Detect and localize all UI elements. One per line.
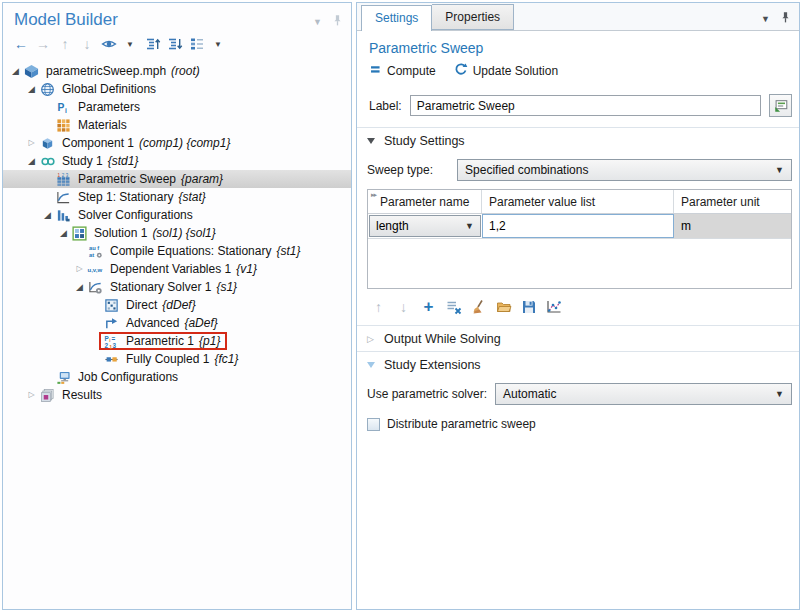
chevron-down-icon: ▼ xyxy=(775,165,784,175)
parameter-name-select[interactable]: length ▼ xyxy=(369,215,481,237)
tree-item-parametricsweep-mph[interactable]: ◢parametricSweep.mph(root) xyxy=(3,62,351,80)
forward-arrow-icon[interactable]: → xyxy=(34,35,52,53)
section-output-while-solving-header[interactable]: ▷ Output While Solving xyxy=(357,326,799,351)
distribute-sweep-row: Distribute parametric sweep xyxy=(357,413,799,441)
advanced-icon xyxy=(103,315,120,331)
back-arrow-icon[interactable]: ← xyxy=(12,35,30,53)
show-settings-window-button[interactable] xyxy=(769,94,792,117)
job-configurations-icon xyxy=(55,369,72,385)
tab-properties[interactable]: Properties xyxy=(432,4,514,30)
tree-item-label: Study 1 xyxy=(62,154,103,168)
tree-item-content: Job Configurations xyxy=(51,368,185,386)
column-header[interactable]: Parameter unit xyxy=(674,190,791,213)
tree-item-label: Advanced xyxy=(126,316,179,330)
tree-item-component-1[interactable]: ▷Component 1(comp1) {comp1} xyxy=(3,134,351,152)
compute-button[interactable]: Compute xyxy=(369,63,436,79)
clear-broom-button[interactable] xyxy=(469,297,488,316)
range-plot-button[interactable] xyxy=(544,297,563,316)
tree-item-tag: (root) xyxy=(171,64,200,78)
label-input[interactable] xyxy=(410,95,761,116)
update-solution-button[interactable]: Update Solution xyxy=(454,62,558,79)
tree-item-parametric-sweep[interactable]: 123Parametric Sweep{param} xyxy=(3,170,351,188)
tree-item-content: parametricSweep.mph(root) xyxy=(19,62,207,80)
tree-item-label: Results xyxy=(62,388,102,402)
section-study-extensions-header[interactable]: Study Extensions xyxy=(357,352,799,377)
tree-item-solution-1[interactable]: ◢Solution 1(sol1) {sol1} xyxy=(3,224,351,242)
comsol-desktop: ▼ Model Builder ←→↑↓▼▼ ◢parametricSweep.… xyxy=(0,0,802,612)
parameter-value-cell[interactable]: 1,2 xyxy=(482,214,674,238)
tree-item-step-1-stationary[interactable]: Step 1: Stationary{stat} xyxy=(3,188,351,206)
section-study-extensions: Study Extensions Use parametric solver: … xyxy=(357,351,799,441)
parameters-pi-icon: Pi xyxy=(55,99,72,115)
load-folder-button[interactable] xyxy=(494,297,513,316)
tree-item-label: parametricSweep.mph xyxy=(46,64,166,78)
tree-item-stationary-solver-1[interactable]: ◢Stationary Solver 1{s1} xyxy=(3,278,351,296)
label-field-caption: Label: xyxy=(369,99,402,113)
section-study-settings-header[interactable]: Study Settings xyxy=(357,128,799,153)
materials-icon xyxy=(55,117,72,133)
tree-item-label: Solver Configurations xyxy=(78,208,193,222)
tree-item-label: Step 1: Stationary xyxy=(78,190,173,204)
tree-item-dependent-variables-1[interactable]: ▷u,v,wDependent Variables 1{v1} xyxy=(3,260,351,278)
move-down-arrow-icon[interactable]: ↓ xyxy=(78,35,96,53)
move-up-arrow-icon[interactable]: ↑ xyxy=(56,35,74,53)
caret-icon[interactable]: ▼ xyxy=(210,35,228,53)
parametric-solver-select[interactable]: Automatic ▼ xyxy=(495,383,792,405)
tree-item-content: Component 1(comp1) {comp1} xyxy=(35,134,237,152)
section-title: Output While Solving xyxy=(384,332,501,346)
table-corner-icon: ▸▸ xyxy=(371,191,376,199)
column-header[interactable]: Parameter name xyxy=(368,190,482,213)
tree-item-materials[interactable]: Materials xyxy=(3,116,351,134)
dropdown-caret-icon[interactable]: ▼ xyxy=(761,14,770,24)
svg-text:3: 3 xyxy=(66,172,69,177)
section-output-while-solving: ▷ Output While Solving xyxy=(357,325,799,351)
tree-item-study-1[interactable]: ◢Study 1{std1} xyxy=(3,152,351,170)
save-disk-button[interactable] xyxy=(519,297,538,316)
caret-icon[interactable]: ▼ xyxy=(122,35,140,53)
tree-item-fully-coupled-1[interactable]: Fully Coupled 1{fc1} xyxy=(3,350,351,368)
red-annotation-box: Pi=213Parametric 1{p1} xyxy=(99,332,227,350)
sweep-type-value: Specified combinations xyxy=(465,163,588,177)
column-header[interactable]: Parameter value list xyxy=(482,190,674,213)
tree-item-tag: {std1} xyxy=(108,154,139,168)
tree-item-direct[interactable]: Direct{dDef} xyxy=(3,296,351,314)
delete-rows-button[interactable] xyxy=(444,297,463,316)
parametric-solver-caption: Use parametric solver: xyxy=(367,387,487,401)
add-plus-button[interactable]: + xyxy=(419,297,438,316)
section-expanded-icon xyxy=(367,362,375,368)
tree-item-job-configurations[interactable]: Job Configurations xyxy=(3,368,351,386)
move-up-arrow-button[interactable]: ↑ xyxy=(369,297,388,316)
pin-icon[interactable] xyxy=(331,13,344,31)
tree-item-label: Component 1 xyxy=(62,136,134,150)
tree-item-content: au fatCompile Equations: Stationary{st1} xyxy=(83,242,307,260)
tree-item-content: Fully Coupled 1{fc1} xyxy=(99,350,245,368)
sweep-type-select[interactable]: Specified combinations ▼ xyxy=(457,159,792,181)
dropdown-caret-icon[interactable]: ▼ xyxy=(313,17,322,27)
tree-item-content: u,v,wDependent Variables 1{v1} xyxy=(83,260,264,278)
tree-item-compile-equations-stationary[interactable]: au fatCompile Equations: Stationary{st1} xyxy=(3,242,351,260)
distribute-sweep-checkbox[interactable] xyxy=(367,418,380,431)
model-builder-panel: ▼ Model Builder ←→↑↓▼▼ ◢parametricSweep.… xyxy=(2,2,352,610)
tree-item-results[interactable]: ▷Results xyxy=(3,386,351,404)
expand-all-icon[interactable] xyxy=(166,35,184,53)
move-down-arrow-button[interactable]: ↓ xyxy=(394,297,413,316)
svg-text:=: = xyxy=(112,334,116,341)
tree-item-solver-configurations[interactable]: ◢Solver Configurations xyxy=(3,206,351,224)
solution-icon xyxy=(71,225,88,241)
tree-item-parameters[interactable]: PiParameters xyxy=(3,98,351,116)
node-label-icon[interactable] xyxy=(188,35,206,53)
tree-item-global-definitions[interactable]: ◢Global Definitions xyxy=(3,80,351,98)
tree-item-label: Parameters xyxy=(78,100,140,114)
tree-item-content: Direct{dDef} xyxy=(99,296,203,314)
stationary-solver-icon xyxy=(87,279,104,295)
tab-settings[interactable]: Settings xyxy=(361,5,432,31)
parameter-unit-cell: m xyxy=(674,214,791,238)
tree-item-label: Global Definitions xyxy=(62,82,156,96)
tree-item-advanced[interactable]: Advanced{aDef} xyxy=(3,314,351,332)
svg-text:i: i xyxy=(109,337,110,342)
tree-item-parametric-1[interactable]: Pi=213Parametric 1{p1} xyxy=(3,332,351,350)
collapse-all-icon[interactable] xyxy=(144,35,162,53)
pin-icon[interactable] xyxy=(779,10,792,28)
svg-text:P: P xyxy=(57,102,64,113)
show-eye-icon[interactable] xyxy=(100,35,118,53)
